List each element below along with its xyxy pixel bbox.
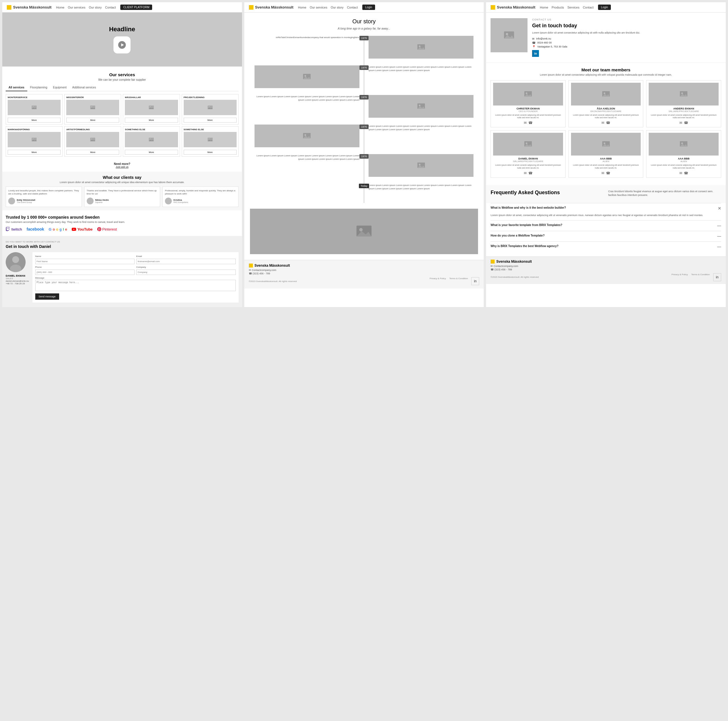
email-icon-t2[interactable]: ✉ <box>679 121 682 125</box>
email-icon-t0[interactable]: ✉ <box>524 121 527 125</box>
need-more-link[interactable]: Just ask us <box>116 165 128 168</box>
tab-floor[interactable]: Floorplanning <box>27 84 50 91</box>
nav-contact[interactable]: Contact <box>105 6 116 9</box>
svg-point-6 <box>91 106 92 107</box>
phone-icon-t2[interactable]: ☎ <box>684 121 688 125</box>
phone-input[interactable] <box>35 269 135 275</box>
faq-question-0: What is Webflow and why is it the best w… <box>491 206 566 209</box>
form-row-2: Phone Company <box>35 266 236 275</box>
svg-point-52 <box>526 92 528 94</box>
team-icons-2: ✉ ☎ <box>648 121 719 125</box>
nav-home-2[interactable]: Home <box>298 6 306 9</box>
phone-icon-col2: ☎ <box>249 272 252 275</box>
footer-phone-col3: ☎ (323) 456 - 789 <box>491 268 721 271</box>
tab-equip[interactable]: Equipment <box>50 84 69 91</box>
card-btn-5[interactable]: More <box>66 150 119 155</box>
privacy-link-col2[interactable]: Privacy & Policy <box>430 277 446 285</box>
terms-link-col3[interactable]: Terms & Condition <box>691 273 710 281</box>
faq-answer-0: Lorem ipsum dolor sit amet, consectetur … <box>491 214 721 220</box>
nav-contact-3[interactable]: Contact <box>583 6 593 9</box>
test-person-2: Kristina RKS Kompetens <box>165 198 236 205</box>
svg-point-43 <box>419 164 420 165</box>
card-btn-6[interactable]: More <box>125 150 178 155</box>
logo-col2: Svenska Mässkonsult <box>249 5 294 10</box>
faq-item-0[interactable]: What is Webflow and why is it the best w… <box>491 203 721 214</box>
nav-story-2[interactable]: Our story <box>331 6 344 9</box>
card-btn-3[interactable]: More <box>184 118 237 122</box>
email-icon-t1[interactable]: ✉ <box>601 121 604 125</box>
svg-point-37 <box>419 105 420 106</box>
nav-cta-col1[interactable]: CLIENT PLATFORM <box>120 5 152 10</box>
nav-contact-2[interactable]: Contact <box>347 6 358 9</box>
name-label: Name <box>35 255 135 258</box>
terms-link-col2[interactable]: Terms & Condition <box>449 277 468 285</box>
card-img-4 <box>8 132 61 147</box>
nav-services-3[interactable]: Services <box>567 6 579 9</box>
nav-services-2[interactable]: Our services <box>310 6 327 9</box>
card-img-0 <box>8 100 61 115</box>
email-icon-t3[interactable]: ✉ <box>524 171 527 175</box>
phone-icon-t3[interactable]: ☎ <box>528 171 533 175</box>
phone-icon-t4[interactable]: ☎ <box>606 171 610 175</box>
privacy-link-col3[interactable]: Privacy & Policy <box>671 273 688 281</box>
nav-login-col2[interactable]: Login <box>362 5 375 10</box>
nav-home-3[interactable]: Home <box>540 6 548 9</box>
tl-image-2 <box>364 95 478 118</box>
nav-story[interactable]: Our story <box>89 6 101 9</box>
phone-icon-footer-col3: ☎ <box>491 268 494 271</box>
tab-all[interactable]: All services <box>6 84 27 91</box>
team-bio-0: Lorem ipsum dolor sit amet conecte adipi… <box>493 114 563 119</box>
tl-img-box-2 <box>369 95 474 118</box>
footer-brand-col3: Svenska Mässkonsult <box>496 260 532 264</box>
play-icon-wrapper[interactable] <box>113 37 130 53</box>
team-role-5: ALIEN <box>648 160 719 163</box>
test-person-0: Eddy Stömmstall The Event Group <box>8 198 80 205</box>
email-icon-t5[interactable]: ✉ <box>679 171 682 175</box>
trusted-subtitle: Our customers accomplish amazing things … <box>6 221 239 223</box>
column-2: Svenska Mässkonsult Home Our services Ou… <box>244 2 484 307</box>
card-btn-2[interactable]: More <box>125 118 178 122</box>
nav-services[interactable]: Our services <box>68 6 85 9</box>
phone-label: Phone <box>35 266 135 268</box>
phone-icon-t0[interactable]: ☎ <box>528 121 533 125</box>
services-grid: MONTERSERVICE More MÄSSINTERIÖR More MÄS… <box>6 94 239 157</box>
phone-icon-t5[interactable]: ☎ <box>684 171 688 175</box>
card-btn-1[interactable]: More <box>66 118 119 122</box>
tl-year-2: 1976 <box>359 95 369 99</box>
card-btn-0[interactable]: More <box>8 118 61 122</box>
team-grid: CHRISTER EKMAN CEO & FOUNDER Lorem ipsum… <box>491 80 721 178</box>
story-title: Our story <box>250 18 478 25</box>
name-input[interactable] <box>35 259 135 264</box>
faq-item-3[interactable]: Why is BRIX Templates the best Webflow a… <box>491 241 721 252</box>
contact-intro: DO YOU WANT TO WORK WITH US? CONTACT US <box>6 241 239 243</box>
facebook-logo: facebook <box>27 227 44 231</box>
story-header: Our story A long time ago in a galaxy fa… <box>244 12 484 36</box>
contact-section-col1: DO YOU WANT TO WORK WITH US? CONTACT US … <box>2 236 242 307</box>
email-input[interactable] <box>136 259 236 264</box>
company-input[interactable] <box>136 269 236 275</box>
nav-col1: Svenska Mässkonsult Home Our services Ou… <box>2 2 242 12</box>
linkedin-badge-col3[interactable]: in <box>532 50 539 57</box>
nav-home[interactable]: Home <box>56 6 64 9</box>
nav-products-3[interactable]: Products <box>552 6 564 9</box>
card-btn-4[interactable]: More <box>8 150 61 155</box>
email-icon-t4[interactable]: ✉ <box>601 171 604 175</box>
nav-login-col3[interactable]: Login <box>598 5 610 10</box>
tab-additional[interactable]: Additional services <box>69 84 99 91</box>
column-1: Svenska Mässkonsult Home Our services Ou… <box>2 2 242 307</box>
phone-icon-t1[interactable]: ☎ <box>606 121 610 125</box>
service-card-3: PROJEKTLEDNING More <box>182 94 239 125</box>
logo-col1: Svenska Mässkonsult <box>7 5 52 10</box>
message-textarea[interactable] <box>35 280 236 291</box>
faq-left: Frequently Asked Questions <box>491 189 603 199</box>
linkedin-icon-col3[interactable]: in <box>713 273 721 281</box>
brand-logos: twitch facebook Google YouTube Pinterest <box>6 227 239 231</box>
card-btn-7[interactable]: More <box>184 150 237 155</box>
team-name-3: DANIEL EKMAN <box>493 157 563 160</box>
faq-item-2[interactable]: How do you clone a Webflow Template? — <box>491 231 721 241</box>
linkedin-icon-col2[interactable]: in <box>471 277 479 285</box>
send-button[interactable]: Send message <box>35 293 59 299</box>
email-icon-col2: ✉ <box>249 269 251 272</box>
card-title-6: Something else <box>125 128 178 131</box>
faq-item-1[interactable]: What is your favorite template from BRIX… <box>491 220 721 231</box>
